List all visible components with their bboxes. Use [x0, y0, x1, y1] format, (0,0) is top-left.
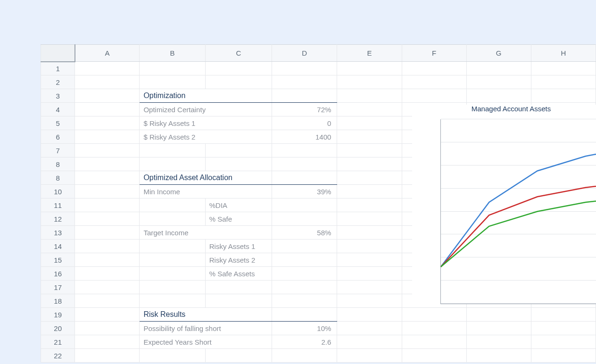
cell-A20[interactable]	[75, 322, 140, 335]
cell-G1[interactable]	[466, 62, 531, 75]
row-header-5[interactable]: 5	[41, 116, 75, 130]
cell-B19[interactable]: Risk Results	[140, 308, 272, 322]
cell-D21[interactable]: 2.6	[272, 335, 337, 349]
cell-D6[interactable]: 1400	[272, 130, 337, 144]
cell-E8[interactable]	[337, 171, 402, 185]
cell-E7[interactable]	[337, 144, 402, 157]
cell-B17[interactable]	[140, 281, 205, 294]
cell-D22[interactable]	[272, 349, 337, 363]
row-header-11[interactable]: 11	[41, 199, 75, 212]
cell-A18[interactable]	[75, 294, 140, 308]
cell-E4[interactable]	[337, 103, 402, 116]
cell-A11[interactable]	[75, 199, 140, 212]
cell-E5[interactable]	[337, 116, 402, 130]
row-header-1[interactable]: 1	[41, 62, 75, 75]
cell-E1[interactable]	[337, 62, 402, 75]
row-header-13[interactable]: 13	[41, 226, 75, 240]
cell-C22[interactable]	[205, 349, 272, 363]
cell-B12[interactable]	[140, 212, 205, 226]
col-header-B[interactable]: B	[140, 45, 205, 62]
cell-C15[interactable]: Risky Assets 2	[205, 253, 272, 267]
cell-B15[interactable]	[140, 253, 205, 267]
row-header-4[interactable]: 4	[41, 103, 75, 116]
row-header-21[interactable]: 21	[41, 335, 75, 349]
row-header-16[interactable]: 16	[41, 267, 75, 281]
col-header-A[interactable]: A	[75, 45, 140, 62]
row-header-2[interactable]: 2	[41, 75, 75, 89]
cell-F1[interactable]	[402, 62, 466, 75]
row-header-17[interactable]: 17	[41, 281, 75, 294]
cell-C18[interactable]	[205, 294, 272, 308]
cell-A8[interactable]	[75, 157, 140, 171]
cell-B3[interactable]: Optimization	[140, 89, 272, 103]
cell-E6[interactable]	[337, 130, 402, 144]
cell-D16[interactable]	[272, 267, 337, 281]
cell-H21[interactable]	[531, 335, 596, 349]
col-header-C[interactable]: C	[205, 45, 272, 62]
cell-A1[interactable]	[75, 62, 140, 75]
cell-E11[interactable]	[337, 199, 402, 212]
cell-A8[interactable]	[75, 171, 140, 185]
cell-D7[interactable]	[272, 144, 337, 157]
cell-E17[interactable]	[337, 281, 402, 294]
cell-E20[interactable]	[337, 322, 402, 335]
cell-A3[interactable]	[75, 89, 140, 103]
cell-F3[interactable]	[402, 89, 466, 103]
cell-A10[interactable]	[75, 185, 140, 199]
cell-E21[interactable]	[337, 335, 402, 349]
cell-A13[interactable]	[75, 226, 140, 240]
cell-A19[interactable]	[75, 308, 140, 322]
cell-G19[interactable]	[466, 308, 531, 322]
row-header-6[interactable]: 6	[41, 130, 75, 144]
cell-E3[interactable]	[337, 89, 402, 103]
cell-D5[interactable]: 0	[272, 116, 337, 130]
cell-E15[interactable]	[337, 253, 402, 267]
cell-A17[interactable]	[75, 281, 140, 294]
cell-F22[interactable]	[402, 349, 466, 363]
row-header-22[interactable]: 22	[41, 349, 75, 363]
cell-D10[interactable]: 39%	[272, 185, 337, 199]
cell-A14[interactable]	[75, 240, 140, 253]
cell-C17[interactable]	[205, 281, 272, 294]
cell-D3[interactable]	[272, 89, 337, 103]
row-header-18[interactable]: 18	[41, 294, 75, 308]
cell-B1[interactable]	[140, 62, 205, 75]
cell-D8[interactable]	[272, 157, 337, 171]
row-header-12[interactable]: 12	[41, 212, 75, 226]
row-header-19[interactable]: 19	[41, 308, 75, 322]
col-header-G[interactable]: G	[466, 45, 531, 62]
cell-D12[interactable]	[272, 212, 337, 226]
cell-E16[interactable]	[337, 267, 402, 281]
cell-B2[interactable]	[140, 75, 205, 89]
cell-C1[interactable]	[205, 62, 272, 75]
cell-D4[interactable]: 72%	[272, 103, 337, 116]
cell-B7[interactable]	[140, 144, 205, 157]
cell-B6[interactable]: $ Risky Assets 2	[140, 130, 272, 144]
cell-D1[interactable]	[272, 62, 337, 75]
cell-C2[interactable]	[205, 75, 272, 89]
cell-B10[interactable]: Min Income	[140, 185, 272, 199]
cell-A21[interactable]	[75, 335, 140, 349]
cell-E2[interactable]	[337, 75, 402, 89]
cell-A22[interactable]	[75, 349, 140, 363]
cell-B4[interactable]: Optimized Certainty	[140, 103, 272, 116]
cell-D15[interactable]	[272, 253, 337, 267]
cell-H19[interactable]	[531, 308, 596, 322]
cell-A6[interactable]	[75, 130, 140, 144]
cell-D14[interactable]	[272, 240, 337, 253]
cell-C8[interactable]	[205, 157, 272, 171]
cell-A4[interactable]	[75, 103, 140, 116]
cell-E18[interactable]	[337, 294, 402, 308]
row-header-10[interactable]: 10	[41, 185, 75, 199]
cell-A7[interactable]	[75, 144, 140, 157]
cell-D17[interactable]	[272, 281, 337, 294]
col-header-D[interactable]: D	[272, 45, 337, 62]
cell-C11[interactable]: %DIA	[205, 199, 272, 212]
cell-E8[interactable]	[337, 157, 402, 171]
cell-C12[interactable]: % Safe	[205, 212, 272, 226]
cell-B16[interactable]	[140, 267, 205, 281]
row-header-3[interactable]: 3	[41, 89, 75, 103]
row-header-15[interactable]: 15	[41, 253, 75, 267]
row-header-14[interactable]: 14	[41, 240, 75, 253]
cell-G2[interactable]	[466, 75, 531, 89]
